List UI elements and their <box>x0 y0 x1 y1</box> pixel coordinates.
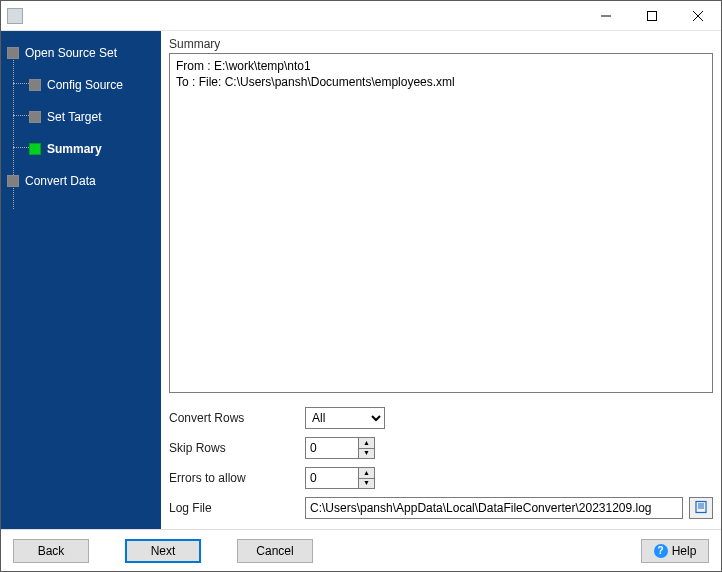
step-status-icon <box>7 175 19 187</box>
body: Open Source Set Config Source Set Target… <box>1 31 721 529</box>
tree-connector-line <box>13 83 29 84</box>
log-file-label: Log File <box>169 501 299 515</box>
step-convert-data[interactable]: Convert Data <box>7 169 155 193</box>
wizard-footer: Back Next Cancel ? Help <box>1 529 721 571</box>
step-open-source-set[interactable]: Open Source Set <box>7 41 155 65</box>
step-summary[interactable]: Summary <box>29 137 155 161</box>
step-status-icon <box>29 143 41 155</box>
button-label: Next <box>151 544 176 558</box>
step-status-icon <box>29 111 41 123</box>
step-label: Summary <box>47 142 102 156</box>
app-window: Open Source Set Config Source Set Target… <box>0 0 722 572</box>
errors-allow-spinner[interactable]: ▲ ▼ <box>305 467 375 489</box>
spin-down-icon[interactable]: ▼ <box>359 479 374 489</box>
button-label: Back <box>38 544 65 558</box>
convert-rows-select[interactable]: All <box>305 407 385 429</box>
back-button[interactable]: Back <box>13 539 89 563</box>
svg-rect-4 <box>696 501 706 512</box>
spin-up-icon[interactable]: ▲ <box>359 468 374 479</box>
app-icon <box>7 8 23 24</box>
errors-allow-input[interactable] <box>306 468 358 488</box>
help-icon: ? <box>654 544 668 558</box>
minimize-button[interactable] <box>583 1 629 30</box>
sidebar: Open Source Set Config Source Set Target… <box>1 31 161 529</box>
skip-rows-label: Skip Rows <box>169 441 299 455</box>
summary-textarea[interactable]: From : E:\work\temp\nto1 To : File: C:\U… <box>169 53 713 393</box>
spin-up-icon[interactable]: ▲ <box>359 438 374 449</box>
document-icon <box>694 500 708 517</box>
step-label: Convert Data <box>25 174 96 188</box>
log-file-input[interactable] <box>305 497 683 519</box>
close-button[interactable] <box>675 1 721 30</box>
tree-connector-line <box>13 147 29 148</box>
browse-log-button[interactable] <box>689 497 713 519</box>
step-label: Set Target <box>47 110 101 124</box>
skip-rows-spinner[interactable]: ▲ ▼ <box>305 437 375 459</box>
skip-rows-input[interactable] <box>306 438 358 458</box>
tree-connector-line <box>13 115 29 116</box>
options-form: Convert Rows All Skip Rows ▲ ▼ <box>169 407 713 519</box>
svg-rect-1 <box>648 11 657 20</box>
step-config-source[interactable]: Config Source <box>29 73 155 97</box>
button-label: Cancel <box>256 544 293 558</box>
main-panel: Summary From : E:\work\temp\nto1 To : Fi… <box>161 31 721 529</box>
step-set-target[interactable]: Set Target <box>29 105 155 129</box>
step-status-icon <box>7 47 19 59</box>
button-label: Help <box>672 544 697 558</box>
titlebar-left <box>1 8 583 24</box>
wizard-steps-tree: Open Source Set Config Source Set Target… <box>7 41 155 193</box>
step-status-icon <box>29 79 41 91</box>
step-label: Config Source <box>47 78 123 92</box>
cancel-button[interactable]: Cancel <box>237 539 313 563</box>
next-button[interactable]: Next <box>125 539 201 563</box>
step-label: Open Source Set <box>25 46 117 60</box>
convert-rows-label: Convert Rows <box>169 411 299 425</box>
help-button[interactable]: ? Help <box>641 539 709 563</box>
section-label: Summary <box>169 37 713 51</box>
spin-down-icon[interactable]: ▼ <box>359 449 374 459</box>
titlebar <box>1 1 721 31</box>
errors-allow-label: Errors to allow <box>169 471 299 485</box>
maximize-button[interactable] <box>629 1 675 30</box>
